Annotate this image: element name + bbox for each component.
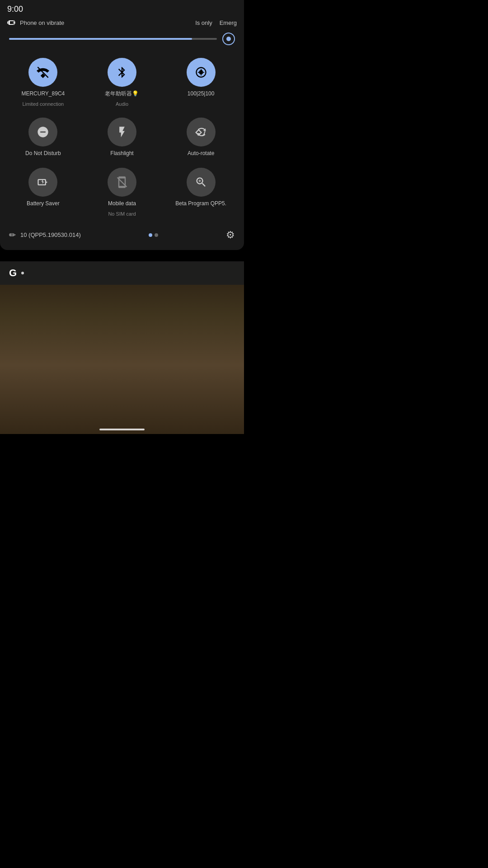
dnd-label: Do Not Disturb — [25, 150, 61, 157]
wifi-icon-circle — [28, 58, 57, 87]
brightness-icon — [222, 33, 235, 45]
wifi-label: MERCURY_89C4 — [21, 90, 65, 98]
beta-icon — [195, 176, 207, 189]
data-saver-label: 100|25|100 — [188, 90, 215, 98]
mobile-data-label: Mobile data — [108, 200, 136, 208]
autorotate-label: Auto-rotate — [188, 150, 214, 157]
tile-grid: MERCURY_89C4 Limited connection 老年助听器💡 A… — [0, 51, 244, 224]
tile-battery-saver[interactable]: Battery Saver — [5, 164, 81, 220]
beta-icon-circle — [187, 168, 216, 197]
tile-mobile-data[interactable]: Mobile data No SIM card — [84, 164, 160, 220]
data-saver-icon — [195, 66, 207, 79]
bluetooth-label: 老年助听器💡 — [105, 90, 139, 98]
tile-wifi[interactable]: MERCURY_89C4 Limited connection — [5, 54, 81, 110]
page-dot-2 — [155, 233, 158, 237]
dnd-icon — [37, 126, 49, 138]
tile-bluetooth[interactable]: 老年助听器💡 Audio — [84, 54, 160, 110]
google-g-logo: G — [9, 267, 17, 279]
brightness-row[interactable] — [0, 31, 244, 51]
brightness-track[interactable] — [9, 38, 217, 40]
vibrate-label: Phone on vibrate — [20, 19, 64, 26]
battery-saver-icon-circle — [28, 168, 57, 197]
header-row: Phone on vibrate Is only Emerg — [0, 16, 244, 31]
bluetooth-icon — [116, 66, 128, 79]
vibrate-info: Phone on vibrate — [7, 18, 64, 27]
edit-icon[interactable]: ✏ — [9, 230, 16, 240]
quick-settings-panel: 9:00 Phone on vibrate Is only Emerg — [0, 0, 244, 250]
page-dots — [149, 233, 158, 237]
autorotate-icon — [195, 126, 207, 138]
flashlight-icon — [116, 126, 128, 138]
google-bar: G — [0, 261, 244, 285]
settings-gear-icon[interactable]: ⚙ — [226, 229, 235, 241]
tile-flashlight[interactable]: Flashlight — [84, 114, 160, 161]
brightness-fill — [9, 38, 192, 40]
bluetooth-icon-circle — [108, 58, 136, 87]
autorotate-icon-circle — [187, 118, 216, 146]
mobile-data-sublabel: No SIM card — [108, 211, 136, 217]
tile-autorotate[interactable]: Auto-rotate — [163, 114, 239, 161]
dnd-icon-circle — [28, 118, 57, 146]
qs-bottom-left: ✏ 10 (QPP5.190530.014) — [9, 230, 81, 240]
page-dot-1 — [149, 233, 152, 237]
tile-dnd[interactable]: Do Not Disturb — [5, 114, 81, 161]
mobile-data-off-icon — [116, 176, 128, 189]
data-saver-icon-circle — [187, 58, 216, 87]
wallpaper — [0, 262, 244, 434]
is-only-label: Is only — [195, 19, 212, 26]
beta-label: Beta Program QPP5. — [175, 200, 226, 208]
qs-bottom-bar: ✏ 10 (QPP5.190530.014) ⚙ — [0, 226, 244, 245]
flashlight-icon-circle — [108, 118, 136, 146]
battery-saver-label: Battery Saver — [27, 200, 60, 208]
wifi-off-icon — [37, 66, 49, 79]
bluetooth-sublabel: Audio — [116, 101, 128, 107]
build-text: 10 (QPP5.190530.014) — [20, 231, 81, 238]
status-bar: 9:00 — [0, 0, 244, 16]
vibrate-icon — [7, 18, 16, 27]
mobile-data-icon-circle — [108, 168, 136, 197]
header-right: Is only Emerg — [195, 19, 237, 26]
tile-beta-program[interactable]: Beta Program QPP5. — [163, 164, 239, 220]
tile-data-saver[interactable]: 100|25|100 — [163, 54, 239, 110]
google-notification-dot — [21, 272, 24, 274]
wifi-sublabel: Limited connection — [22, 101, 64, 107]
status-time: 9:00 — [7, 5, 23, 14]
emerg-label: Emerg — [220, 19, 237, 26]
flashlight-label: Flashlight — [110, 150, 133, 157]
battery-saver-icon — [37, 176, 49, 189]
home-indicator[interactable] — [99, 429, 145, 430]
